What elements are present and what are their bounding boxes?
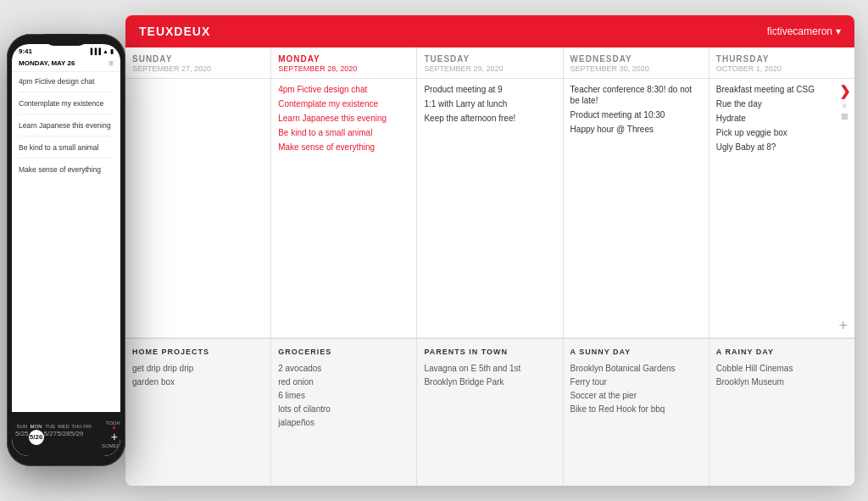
day-date-thursday: OCTOBER 1, 2020 [716, 64, 848, 73]
signal-icon: ▐▐▐ [88, 48, 101, 54]
task-item[interactable]: Be kind to a small animal [278, 127, 409, 138]
task-item[interactable]: Keep the afternoon free! [424, 113, 555, 124]
list-item[interactable]: red onion [278, 376, 409, 387]
list-groceries: GROCERIES 2 avocados red onion 6 limes l… [271, 339, 417, 486]
day-header-tuesday: TUESDAY SEPTEMBER 29, 2020 [417, 47, 562, 79]
phone-task-item[interactable]: Contemplate my existence [19, 99, 114, 114]
task-item[interactable]: Make sense of everything [278, 142, 409, 153]
username: fictivecameron [767, 25, 832, 37]
list-item[interactable]: garden box [132, 376, 264, 387]
phone-nav-day-mon[interactable]: MON 5/26 [29, 424, 44, 445]
phone-nav-days: SUN 5/25 MON 5/26 TUE 5/27 WED 5/28 [12, 424, 95, 445]
wifi-icon: ▲ [103, 48, 108, 54]
list-title-parents-in-town: PARENTS IN TOWN [424, 348, 555, 356]
app-logo: TEUXDEUX [139, 25, 210, 38]
phone-task-item[interactable]: Learn Japanese this evening [19, 121, 114, 136]
phone-task-item[interactable]: 4pm Fictive design chat [19, 77, 114, 92]
list-item[interactable]: Ferry tour [570, 376, 702, 387]
phone-screen: 9:41 ▐▐▐ ▲ ▮ MONDAY, MAY 26 ≡ 4pm Fictiv… [12, 44, 120, 456]
phone-tasks[interactable]: 4pm Fictive design chat Contemplate my e… [12, 72, 120, 412]
list-item[interactable]: jalapeños [278, 417, 409, 428]
list-item[interactable]: Brooklyn Museum [716, 376, 848, 387]
phone-add-button[interactable]: + [111, 430, 118, 443]
day-col-thursday: THURSDAY OCTOBER 1, 2020 Breakfast meeti… [709, 47, 854, 337]
day-header-wednesday: WEDNESDAY SEPTEMBER 30, 2020 [564, 47, 709, 79]
list-item[interactable]: 6 limes [278, 390, 409, 401]
phone-notch [45, 34, 87, 46]
phone-time: 9:41 [19, 47, 32, 55]
phone-nav-day-thu[interactable]: THU 5/29 [70, 424, 84, 445]
list-a-sunny-day: A SUNNY DAY Brooklyn Botanical Gardens F… [564, 339, 709, 486]
day-date-sunday: SEPTEMBER 27, 2020 [132, 64, 264, 73]
task-item[interactable]: Breakfast meeting at CSG [716, 84, 848, 95]
list-item[interactable]: get drip drip drip [132, 363, 264, 374]
task-item[interactable]: Ugly Baby at 8? [716, 142, 848, 153]
day-col-wednesday: WEDNESDAY SEPTEMBER 30, 2020 Teacher con… [564, 47, 709, 337]
list-item[interactable]: Soccer at the pier [570, 390, 702, 401]
list-parents-in-town: PARENTS IN TOWN Lavagna on E 5th and 1st… [417, 339, 563, 486]
list-item[interactable]: Brooklyn Botanical Gardens [570, 363, 702, 374]
phone-app-header: MONDAY, MAY 26 ≡ [12, 57, 120, 72]
task-item[interactable]: Teacher conference 8:30! do not be late! [570, 84, 702, 106]
list-title-groceries: GROCERIES [278, 348, 409, 356]
phone-date: MONDAY, MAY 26 [19, 59, 75, 67]
phone-menu-icon[interactable]: ≡ [108, 58, 114, 68]
day-name-sunday: SUNDAY [132, 54, 264, 64]
phone-nav-day-fri[interactable]: FRI [83, 424, 92, 445]
phone-today-button[interactable]: TODAY [106, 420, 120, 426]
add-task-button[interactable]: + [838, 317, 848, 335]
day-name-monday: MONDAY [278, 54, 409, 64]
list-title-a-sunny-day: A SUNNY DAY [570, 348, 702, 356]
user-menu[interactable]: fictivecameron ▾ [767, 25, 841, 37]
list-item[interactable]: Lavagna on E 5th and 1st [424, 363, 555, 374]
calendar-icon[interactable]: ▦ [841, 112, 849, 120]
task-item[interactable]: Product meeting at 10:30 [570, 109, 702, 120]
phone-task-item[interactable]: Be kind to a small animal [19, 143, 114, 159]
list-item[interactable]: 2 avocados [278, 363, 409, 374]
day-tasks-monday[interactable]: 4pm Fictive design chat Contemplate my e… [271, 79, 416, 337]
day-tasks-thursday[interactable]: Breakfast meeting at CSG Rue the day Hyd… [709, 79, 854, 337]
list-item[interactable]: Brooklyn Bridge Park [424, 376, 555, 387]
phone-today-dot [113, 426, 115, 429]
days-grid: SUNDAY SEPTEMBER 27, 2020 MONDAY SEPTEMB… [125, 47, 854, 337]
phone-nav-day-wed[interactable]: WED 5/28 [57, 424, 70, 445]
task-item[interactable]: Contemplate my existence [278, 98, 409, 109]
list-item[interactable]: Cobble Hill Cinemas [716, 363, 848, 374]
day-name-tuesday: TUESDAY [424, 54, 555, 64]
phone-nav-day-tue[interactable]: TUE 5/27 [44, 424, 58, 445]
task-item[interactable]: Learn Japanese this evening [278, 113, 409, 124]
day-header-sunday: SUNDAY SEPTEMBER 27, 2020 [125, 47, 270, 79]
day-col-monday: MONDAY SEPTEMBER 28, 2020 4pm Fictive de… [271, 47, 417, 337]
phone-task-item[interactable]: Make sense of everything [19, 165, 114, 180]
day-col-tuesday: TUESDAY SEPTEMBER 29, 2020 Product meeti… [417, 47, 563, 337]
task-item[interactable]: Pick up veggie box [716, 127, 848, 138]
day-header-thursday: THURSDAY OCTOBER 1, 2020 [709, 47, 854, 79]
phone-bottom-actions: TODAY + SOMEDAY [95, 420, 120, 448]
desktop-app-window: TEUXDEUX fictivecameron ▾ SUNDAY SEPTEMB… [125, 15, 854, 486]
day-tasks-tuesday[interactable]: Product meeting at 9 1:1 with Larry at l… [417, 79, 562, 337]
day-header-monday: MONDAY SEPTEMBER 28, 2020 [271, 47, 416, 79]
list-item[interactable]: Bike to Red Hook for bbq [570, 404, 702, 415]
day-date-monday: SEPTEMBER 28, 2020 [278, 64, 409, 73]
task-item[interactable]: Hydrate [716, 113, 848, 124]
day-tasks-sunday[interactable] [125, 79, 270, 337]
task-item[interactable]: Product meeting at 9 [424, 84, 555, 95]
list-a-rainy-day: A RAINY DAY Cobble Hill Cinemas Brooklyn… [709, 339, 854, 486]
fast-forward-icon[interactable]: » [842, 101, 847, 110]
day-tasks-wednesday[interactable]: Teacher conference 8:30! do not be late!… [564, 79, 709, 337]
list-item[interactable]: lots of cilantro [278, 404, 409, 415]
phone-device: 9:41 ▐▐▐ ▲ ▮ MONDAY, MAY 26 ≡ 4pm Fictiv… [7, 34, 130, 475]
task-item[interactable]: 1:1 with Larry at lunch [424, 98, 555, 109]
task-item[interactable]: Rue the day [716, 98, 848, 109]
list-title-home-projects: HOME PROJECTS [132, 348, 264, 356]
day-date-wednesday: SEPTEMBER 30, 2020 [570, 64, 702, 73]
phone-nav-day-sun[interactable]: SUN 5/25 [15, 424, 29, 445]
day-col-sunday: SUNDAY SEPTEMBER 27, 2020 [125, 47, 271, 337]
phone-bottom-nav: SUN 5/25 MON 5/26 TUE 5/27 WED 5/28 [12, 412, 120, 456]
phone-someday-button[interactable]: SOMEDAY [102, 443, 120, 448]
task-item[interactable]: Happy hour @ Threes [570, 124, 702, 135]
next-week-arrow[interactable]: ❯ [839, 83, 850, 99]
task-item[interactable]: 4pm Fictive design chat [278, 84, 409, 95]
app-header: TEUXDEUX fictivecameron ▾ [125, 15, 854, 47]
phone-date-line: MONDAY, MAY 26 ≡ [19, 58, 114, 68]
